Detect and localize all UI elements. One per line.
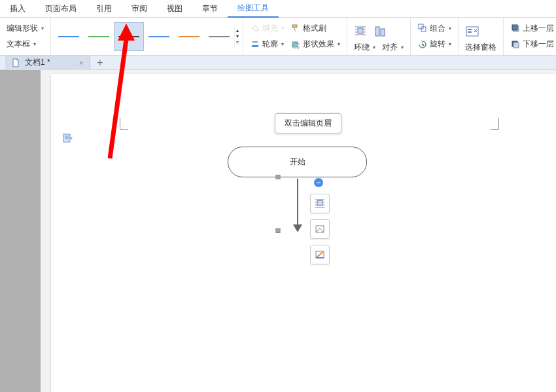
ribbon-group-format: 填充▾ 格式刷 轮廓▾ 形状效果▾ xyxy=(243,18,347,55)
document-tab-bar: 文档1 * × + xyxy=(0,56,556,70)
fill-button[interactable]: 填充▾ xyxy=(247,22,287,35)
floating-tool-layout[interactable] xyxy=(310,194,330,213)
selection-pane-button[interactable] xyxy=(462,24,482,39)
flowchart-terminal-shape[interactable]: 开始 xyxy=(228,147,367,177)
header-margin-marker-right xyxy=(491,118,499,130)
tab-insert[interactable]: 插入 xyxy=(0,0,35,18)
ribbon: 编辑形状▾ 文本框▾ ▴▾▿ 填充▾ 格式刷 轮廓▾ 形状效果▾ 环绕▾ xyxy=(0,18,556,56)
ribbon-group-arrange2: 组合▾ 旋转▾ xyxy=(411,18,459,55)
ribbon-group-style-swatches: ▴▾▿ xyxy=(51,18,243,55)
wrap-button[interactable] xyxy=(351,24,370,39)
svg-rect-20 xyxy=(316,257,324,258)
line-style-2[interactable] xyxy=(84,22,114,51)
send-backward-icon xyxy=(510,39,521,50)
selection-pane-icon xyxy=(465,26,479,37)
edit-shape-button[interactable]: 编辑形状▾ xyxy=(4,22,46,35)
line-style-gallery: ▴▾▿ xyxy=(54,22,240,51)
new-document-button[interactable]: + xyxy=(90,57,109,69)
tab-chapter[interactable]: 章节 xyxy=(192,0,228,18)
group-icon xyxy=(417,23,428,33)
paint-bucket-icon xyxy=(250,23,260,33)
svg-rect-13 xyxy=(512,25,517,30)
ribbon-group-selection: 选择窗格 xyxy=(459,18,504,55)
ribbon-group-layers: 上移一层▾ 下移一层▾ xyxy=(504,18,556,55)
svg-rect-0 xyxy=(292,25,297,27)
connector-line[interactable] xyxy=(297,179,298,228)
floating-tool-fill[interactable] xyxy=(310,219,330,239)
shape-effects-icon xyxy=(290,39,301,50)
textbox-button[interactable]: 文本框▾ xyxy=(4,37,39,51)
svg-rect-11 xyxy=(468,31,472,33)
tab-review[interactable]: 审阅 xyxy=(122,0,157,18)
svg-rect-4 xyxy=(358,28,363,33)
document-icon xyxy=(10,58,21,68)
floating-tool-outline[interactable] xyxy=(310,245,330,264)
bring-forward-button[interactable]: 上移一层▾ xyxy=(508,22,556,35)
rotate-icon xyxy=(417,39,428,50)
align-label[interactable]: 对齐▾ xyxy=(379,41,406,54)
line-style-3[interactable] xyxy=(114,22,144,51)
pen-outline-icon xyxy=(250,39,260,50)
connector-arrowhead xyxy=(293,224,302,232)
tab-view[interactable]: 视图 xyxy=(157,0,192,18)
svg-rect-16 xyxy=(63,134,70,142)
page-options-icon[interactable] xyxy=(63,134,73,143)
format-painter-button[interactable]: 格式刷 xyxy=(288,22,329,35)
line-style-1[interactable] xyxy=(54,22,84,51)
header-edit-tooltip: 双击编辑页眉 xyxy=(275,113,341,134)
text-wrap-icon xyxy=(354,26,367,37)
document-tab[interactable]: 文档1 * × xyxy=(5,56,90,70)
svg-rect-6 xyxy=(381,29,385,36)
shape-effects-button[interactable]: 形状效果▾ xyxy=(288,37,343,51)
svg-rect-10 xyxy=(468,29,472,30)
svg-rect-15 xyxy=(513,43,519,48)
bring-forward-icon xyxy=(510,23,521,33)
send-backward-button[interactable]: 下移一层▾ xyxy=(508,37,556,51)
rotate-button[interactable]: 旋转▾ xyxy=(415,37,454,51)
outline-button[interactable]: 轮廓▾ xyxy=(247,37,287,51)
document-tab-close[interactable]: × xyxy=(78,59,84,67)
tab-references[interactable]: 引用 xyxy=(86,0,122,18)
wrap-label[interactable]: 环绕▾ xyxy=(351,41,378,54)
header-margin-marker-left xyxy=(120,118,128,130)
ribbon-group-arrange1: 环绕▾ 对齐▾ xyxy=(347,18,411,55)
connector-handle-start[interactable] xyxy=(276,175,281,179)
page-gutter xyxy=(0,70,41,392)
svg-rect-5 xyxy=(375,27,379,36)
main-tabs: 插入 页面布局 引用 审阅 视图 章节 绘图工具 xyxy=(0,0,556,18)
selection-pane-label[interactable]: 选择窗格 xyxy=(462,41,499,54)
group-button[interactable]: 组合▾ xyxy=(415,22,454,35)
align-icon xyxy=(374,26,387,37)
line-style-6[interactable] xyxy=(204,22,234,51)
svg-rect-1 xyxy=(252,45,258,47)
ribbon-group-shape-edit: 编辑形状▾ 文本框▾ xyxy=(0,18,51,55)
collapse-toolbar-button[interactable]: − xyxy=(314,178,323,187)
tab-page-layout[interactable]: 页面布局 xyxy=(35,0,86,18)
svg-rect-2 xyxy=(292,42,298,47)
document-tab-title: 文档1 * xyxy=(25,57,50,68)
svg-rect-17 xyxy=(317,200,322,205)
tab-drawing-tools[interactable]: 绘图工具 xyxy=(228,0,279,18)
line-style-5[interactable] xyxy=(174,22,204,51)
connector-handle-end[interactable] xyxy=(276,228,281,233)
align-button[interactable] xyxy=(371,24,389,39)
line-style-4[interactable] xyxy=(144,22,174,51)
format-painter-icon xyxy=(290,23,301,33)
style-gallery-more[interactable]: ▴▾▿ xyxy=(234,25,240,48)
